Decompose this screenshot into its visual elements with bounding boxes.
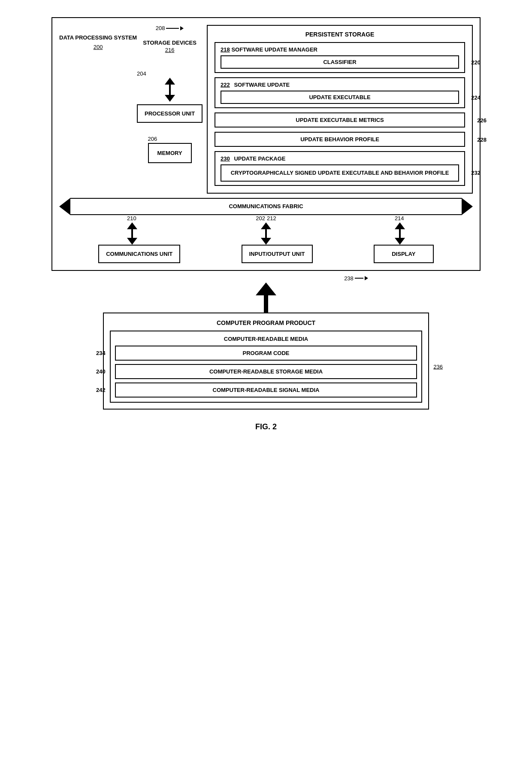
signal-media-ref-left: 242 [96,387,106,393]
persistent-storage-title: PERSISTENT STORAGE [215,31,465,38]
ubp-label: UPDATE BEHAVIOR PROFILE [300,136,379,143]
display-dbl-arrow [395,222,405,245]
storage-devices-ref-row: 208 [156,25,184,32]
program-code-ref-left: 234 [96,350,106,356]
comms-unit-ref-label: 210 [127,215,136,222]
storage-media-ref-left: 240 [96,368,106,375]
display-arrow-shaft [399,229,401,238]
display-ref-label: 214 [395,215,404,222]
proc-arrow [165,78,175,102]
io-ref2: 202 [256,215,265,222]
cpp-arrow-section: 238 [164,275,368,313]
classifier-box: CLASSIFIER 220 [221,55,459,69]
vert-arrows-row: 210 202 212 [59,215,473,245]
io-arrow-up [261,222,271,229]
dps-title: DATA PROCESSING SYSTEM [59,33,137,42]
io-arrow-shaft [265,229,267,238]
big-arrowhead-up [256,282,276,295]
comms-unit-dbl-arrow [127,222,137,245]
comms-unit-label: COMMUNICATIONS UNIT [106,251,172,257]
crypto-box: CRYPTOGRAPHICALLY SIGNED UPDATE EXECUTAB… [221,164,459,182]
io-unit-arrow-col: 202 212 [256,215,276,245]
classifier-ref: 220 [471,59,481,65]
cu-arrow-shaft [131,229,133,238]
crypto-label: CRYPTOGRAPHICALLY SIGNED UPDATE EXECUTAB… [231,170,449,176]
arrowhead-208 [180,26,184,30]
proc-ref-label: 204 [137,70,146,77]
dps-outer-box: DATA PROCESSING SYSTEM 200 208 STORAGE D… [51,17,481,271]
display-box: DISPLAY [374,245,434,263]
persistent-storage-box: PERSISTENT STORAGE 218 SOFTWARE UPDATE M… [207,25,473,194]
su-ref: 222 [221,82,230,88]
up-ref: 230 [221,155,230,162]
memory-box: MEMORY [148,143,192,163]
uem-ref: 226 [477,117,487,123]
comms-unit-arrow-col: 210 [127,215,137,245]
up-box: 230 UPDATE PACKAGE CRYPTOGRAPHICALLY SIG… [215,151,465,186]
uem-label: UPDATE EXECUTABLE METRICS [296,117,384,123]
big-arrow-shaft [264,295,268,313]
processor-unit-label: PROCESSOR UNIT [145,110,195,117]
ref-238-line [355,278,363,279]
ref-238-row: 238 [344,275,368,282]
cpp-outer-box: COMPUTER PROGRAM PRODUCT COMPUTER-READAB… [103,313,429,410]
arrow-line-208 [166,28,179,29]
cf-section: COMMUNICATIONS FABRIC [59,198,473,215]
up-label: UPDATE PACKAGE [234,155,285,162]
ref-208-row: 208 [156,25,184,31]
program-code-row: 234 PROGRAM CODE [115,346,417,361]
dps-label-block: DATA PROCESSING SYSTEM 200 [59,25,137,50]
io-unit-dbl-arrow [261,222,271,245]
update-exec-ref: 224 [471,94,481,100]
cf-bar: COMMUNICATIONS FABRIC [70,198,462,215]
io-unit-label: INPUT/OUTPUT UNIT [249,251,305,257]
memory-col: 206 MEMORY [148,136,192,163]
cpp-title: COMPUTER PROGRAM PRODUCT [110,319,422,326]
display-arrow-down [395,238,405,245]
program-code-label: PROGRAM CODE [242,350,289,356]
crm-title: COMPUTER-READABLE MEDIA [115,336,417,342]
ubp-ref: 228 [477,136,487,143]
cf-label: COMMUNICATIONS FABRIC [229,203,303,209]
memory-label: MEMORY [157,150,182,156]
crm-ref-236: 236 [433,363,443,370]
ubp-row: UPDATE BEHAVIOR PROFILE 228 [215,132,465,147]
memory-ref-label: 206 [148,136,157,142]
processor-unit-col: 204 PROCESSOR UNIT [137,70,203,123]
proc-arrow-down [165,95,175,102]
ref-208: 208 [156,25,165,31]
cf-right-arrowhead [462,198,473,215]
update-exec-box: UPDATE EXECUTABLE 224 [221,91,459,104]
classifier-label: CLASSIFIER [323,59,356,65]
big-up-arrow [256,282,276,313]
storage-devices-ref: 216 [165,47,175,53]
io-unit-box: INPUT/OUTPUT UNIT [242,245,313,263]
proc-arrow-up [165,78,175,85]
storage-media-row: 240 COMPUTER-READABLE STORAGE MEDIA [115,364,417,379]
io-unit-ref-row: 202 212 [256,215,276,222]
display-arrow-col: 214 [395,215,405,245]
io-ref: 212 [267,215,276,222]
proc-arrow-shaft [169,85,171,95]
sum-title: 218 SOFTWARE UPDATE MANAGER [221,46,459,53]
io-arrow-down [261,238,271,245]
processor-unit-box: PROCESSOR UNIT [137,104,203,123]
display-label: DISPLAY [392,251,415,257]
su-box: 222 SOFTWARE UPDATE UPDATE EXECUTABLE 22… [215,77,465,108]
up-title: 230 UPDATE PACKAGE [221,155,459,162]
update-exec-label: UPDATE EXECUTABLE [309,94,370,100]
comms-unit-box: COMMUNICATIONS UNIT [98,245,180,263]
su-title: 222 SOFTWARE UPDATE [221,82,459,88]
crypto-ref: 232 [471,169,481,177]
cu-arrow-down [127,238,137,245]
signal-media-label: COMPUTER-READABLE SIGNAL MEDIA [213,387,320,393]
persistent-storage-area: PERSISTENT STORAGE 218 SOFTWARE UPDATE M… [207,25,473,194]
ref-238: 238 [344,275,354,282]
sum-ref: 218 [221,46,230,53]
fig-label: FIG. 2 [255,422,277,431]
display-arrow-up [395,222,405,229]
uem-row: UPDATE EXECUTABLE METRICS 226 [215,112,465,127]
cf-left-arrowhead [59,198,70,215]
sum-box: 218 SOFTWARE UPDATE MANAGER CLASSIFIER 2… [215,42,465,73]
signal-media-row: 242 COMPUTER-READABLE SIGNAL MEDIA [115,382,417,398]
